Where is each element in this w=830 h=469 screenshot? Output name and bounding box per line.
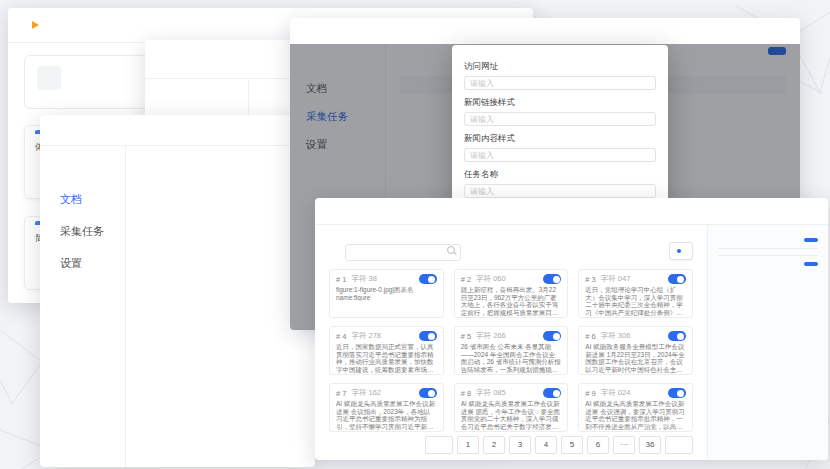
metadata-panel <box>707 225 828 460</box>
segment-index: # 8 <box>461 389 471 398</box>
desktop-canvas: 体育 简单测试 文档采集任务设置 <box>0 0 830 469</box>
kb-detail-app-title <box>40 115 315 146</box>
page-button[interactable]: 2 <box>483 436 505 454</box>
segment-card[interactable]: # 7 字符 162 AI 赋能龙头高质量发展工作会议新进展 会议指出，2023… <box>329 383 444 432</box>
kb-detail-body: 文档采集任务设置 <box>40 146 315 467</box>
segment-card[interactable]: # 9 字符 024 AI 赋能龙头高质量发展工作会议新进展 会议强调，要深入学… <box>578 383 693 432</box>
segment-card[interactable]: # 4 字符 278 近日，国家数据局正式官宣，认真贯彻落实习近平总书记重要指示… <box>329 326 444 375</box>
segment-enabled-toggle[interactable] <box>543 388 561 398</box>
segment-index: # 7 <box>336 389 346 398</box>
kb-detail-menu: 文档采集任务设置 <box>40 192 125 271</box>
segment-char-count: 字符 38 <box>351 274 376 284</box>
segment-char-count: 字符 060 <box>476 274 506 284</box>
modal-field-input[interactable] <box>464 184 656 198</box>
segment-text: AI 赋能政务服务全景模型工作会议新进展 1月22日至23日，2024年全国数据… <box>585 343 686 373</box>
segment-card[interactable]: # 3 字符 047 近日，党组理论学习中心组（扩大）会议集中学习，深入学习贯彻… <box>578 269 693 318</box>
segment-char-count: 字符 024 <box>601 388 631 398</box>
prev-page-button[interactable] <box>425 436 453 454</box>
segment-index: # 2 <box>461 275 471 284</box>
segment-text: AI 赋能龙头高质量发展工作会议新进展 会议强调，要深入学习贯彻习近平总书记重要… <box>585 400 686 430</box>
page-button[interactable]: 4 <box>535 436 557 454</box>
viewer-body: # 1 字符 38 figure:1-figure-0.jpg|图表名 name… <box>315 225 828 460</box>
segment-enabled-toggle[interactable] <box>668 331 686 341</box>
segment-char-count: 字符 047 <box>601 274 631 284</box>
modal-field: 新闻内容样式 <box>464 133 656 162</box>
segment-enabled-toggle[interactable] <box>668 274 686 284</box>
page-button[interactable]: 3 <box>509 436 531 454</box>
segment-index: # 9 <box>585 389 595 398</box>
modal-field-label: 新闻链接样式 <box>464 97 656 109</box>
modal-field-input[interactable] <box>464 148 656 162</box>
tasks-user-area <box>779 26 788 44</box>
sidebar-item[interactable]: 设置 <box>40 256 125 271</box>
kb-detail-sidebar: 文档采集任务设置 <box>40 146 126 467</box>
recall-button[interactable] <box>804 262 818 266</box>
plus-icon <box>37 66 61 90</box>
enabled-filter-chip[interactable] <box>669 242 693 260</box>
status-dot-icon <box>677 249 681 253</box>
doc-list-back[interactable] <box>145 79 248 119</box>
sidebar-item[interactable]: 采集任务 <box>40 224 125 239</box>
segment-index: # 5 <box>461 332 471 341</box>
divider <box>718 255 818 256</box>
segment-enabled-toggle[interactable] <box>419 331 437 341</box>
viewer-toolbar <box>329 241 693 261</box>
segment-text: 26 省市两会 公布未来 各显其能——2024 年全国两会工作会议全面启动，26… <box>461 343 562 373</box>
segment-card[interactable]: # 8 字符 085 AI 赋能龙头高质量发展工作会议新进展 据悉，今年工作会议… <box>454 383 569 432</box>
page-button[interactable]: 1 <box>457 436 479 454</box>
window-kb-detail: 文档采集任务设置 <box>40 115 315 467</box>
segment-text: AI 赋能龙头高质量发展工作会议新进展 会议指出，2023年，各地以习近平总书记… <box>336 400 437 430</box>
modal-field-label: 任务名称 <box>464 169 656 181</box>
next-page-button[interactable] <box>665 436 693 454</box>
window-doc-viewer: # 1 字符 38 figure:1-figure-0.jpg|图表名 name… <box>315 198 828 460</box>
change-doc-type-button[interactable] <box>804 238 818 242</box>
modal-field: 新闻链接样式 <box>464 97 656 126</box>
segment-char-count: 字符 306 <box>601 331 631 341</box>
modal-field-label: 新闻内容样式 <box>464 133 656 145</box>
segment-grid: # 1 字符 38 figure:1-figure-0.jpg|图表名 name… <box>329 269 693 432</box>
page-button[interactable]: ··· <box>613 436 635 454</box>
segment-char-count: 字符 085 <box>476 388 506 398</box>
viewer-header <box>315 198 828 225</box>
segment-enabled-toggle[interactable] <box>419 274 437 284</box>
segment-search <box>345 241 461 261</box>
logo-arrow-icon <box>32 21 39 29</box>
tasks-header <box>290 18 800 44</box>
search-icon <box>447 246 455 254</box>
sidebar-item[interactable]: 文档 <box>40 192 125 207</box>
dtec-logo <box>32 21 40 30</box>
modal-field-input[interactable] <box>464 112 656 126</box>
segment-index: # 3 <box>585 275 595 284</box>
segment-text: figure:1-figure-0.jpg|图表名 name:figure <box>336 286 437 301</box>
viewer-user-area <box>803 206 812 224</box>
new-task-modal: 访问网址 新闻链接样式 新闻内容样式 任务名称 <box>452 45 668 217</box>
segment-text: 近日，党组理论学习中心组（扩大）会议集中学习，深入学习贯彻二十届中央纪委三次全会… <box>585 286 686 316</box>
segment-enabled-toggle[interactable] <box>543 331 561 341</box>
page-button[interactable]: 36 <box>639 436 661 454</box>
segment-card[interactable]: # 1 字符 38 figure:1-figure-0.jpg|图表名 name… <box>329 269 444 318</box>
segment-char-count: 字符 278 <box>351 331 381 341</box>
segment-card[interactable]: # 2 字符 060 踏上新征程，奋楫再出发。3月22日至23日，962万平方公… <box>454 269 569 318</box>
search-input[interactable] <box>345 244 461 261</box>
pagination: 123456···36 <box>425 436 693 454</box>
divider <box>718 248 818 249</box>
segment-text: 踏上新征程，奋楫再出发。3月22日至23日，962万平方公里的广袤大地上，各行各… <box>461 286 562 316</box>
segment-card[interactable]: # 5 字符 266 26 省市两会 公布未来 各显其能——2024 年全国两会… <box>454 326 569 375</box>
segment-card[interactable]: # 6 字符 306 AI 赋能政务服务全景模型工作会议新进展 1月22日至23… <box>578 326 693 375</box>
modal-fields: 访问网址 新闻链接样式 新闻内容样式 任务名称 <box>464 61 656 198</box>
segment-enabled-toggle[interactable] <box>668 388 686 398</box>
segment-text: 近日，国家数据局正式官宣，认真贯彻落实习近平总书记重要指示精神，推动行业高质量发… <box>336 343 437 373</box>
segment-text: AI 赋能龙头高质量发展工作会议新进展 据悉，今年工作会议：要全面贯彻党的二十大… <box>461 400 562 430</box>
segment-enabled-toggle[interactable] <box>543 274 561 284</box>
segment-char-count: 字符 266 <box>476 331 506 341</box>
segment-char-count: 字符 162 <box>351 388 381 398</box>
viewer-main: # 1 字符 38 figure:1-figure-0.jpg|图表名 name… <box>315 225 707 460</box>
modal-field: 任务名称 <box>464 169 656 198</box>
page-button[interactable]: 5 <box>561 436 583 454</box>
page-number-list: 123456···36 <box>457 436 661 454</box>
page-button[interactable]: 6 <box>587 436 609 454</box>
segment-index: # 6 <box>585 332 595 341</box>
segment-enabled-toggle[interactable] <box>419 388 437 398</box>
kb-detail-back[interactable] <box>40 146 125 170</box>
modal-field-input[interactable] <box>464 76 656 90</box>
